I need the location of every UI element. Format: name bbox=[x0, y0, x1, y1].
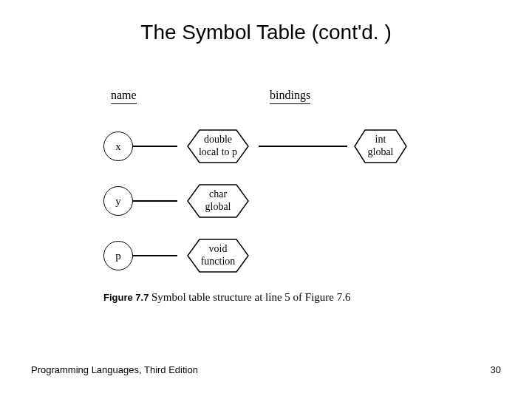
edge bbox=[133, 255, 177, 256]
symbol-node: x bbox=[103, 132, 133, 161]
binding-type: char bbox=[205, 188, 231, 201]
symbol-label: p bbox=[115, 250, 121, 262]
header-bindings: bindings bbox=[270, 89, 310, 104]
symbol-table-diagram: name bindings x double local to p int gl… bbox=[103, 89, 443, 304]
figure-caption: Figure 7.7 Symbol table structure at lin… bbox=[103, 291, 443, 304]
binding-scope: function bbox=[201, 256, 236, 268]
slide-title: The Symbol Table (cont'd. ) bbox=[0, 21, 532, 44]
binding-scope: local to p bbox=[199, 146, 237, 159]
edge bbox=[259, 146, 347, 147]
binding-type: int bbox=[368, 134, 394, 146]
binding-node: char global bbox=[177, 183, 259, 219]
binding-node: int global bbox=[347, 129, 414, 164]
symbol-row: y char global bbox=[103, 180, 443, 222]
binding-scope: global bbox=[205, 201, 231, 214]
symbol-row: p void function bbox=[103, 235, 443, 276]
column-headers: name bindings bbox=[103, 89, 443, 111]
binding-node: double local to p bbox=[177, 129, 259, 164]
header-name: name bbox=[111, 89, 137, 104]
symbol-row: x double local to p int global bbox=[103, 126, 443, 167]
symbol-node: y bbox=[103, 186, 133, 216]
binding-type: void bbox=[201, 243, 236, 256]
symbol-node: p bbox=[103, 241, 133, 270]
binding-node: void function bbox=[177, 238, 259, 273]
edge bbox=[133, 146, 177, 147]
footer-page-number: 30 bbox=[491, 364, 501, 375]
figure-label: Figure 7.7 bbox=[103, 292, 149, 303]
figure-text: Symbol table structure at line 5 of Figu… bbox=[151, 291, 351, 303]
binding-type: double bbox=[199, 134, 237, 146]
binding-scope: global bbox=[368, 146, 394, 159]
footer-book-title: Programming Languages, Third Edition bbox=[31, 364, 198, 375]
symbol-label: x bbox=[115, 140, 121, 153]
edge bbox=[133, 200, 177, 202]
symbol-label: y bbox=[115, 195, 121, 208]
